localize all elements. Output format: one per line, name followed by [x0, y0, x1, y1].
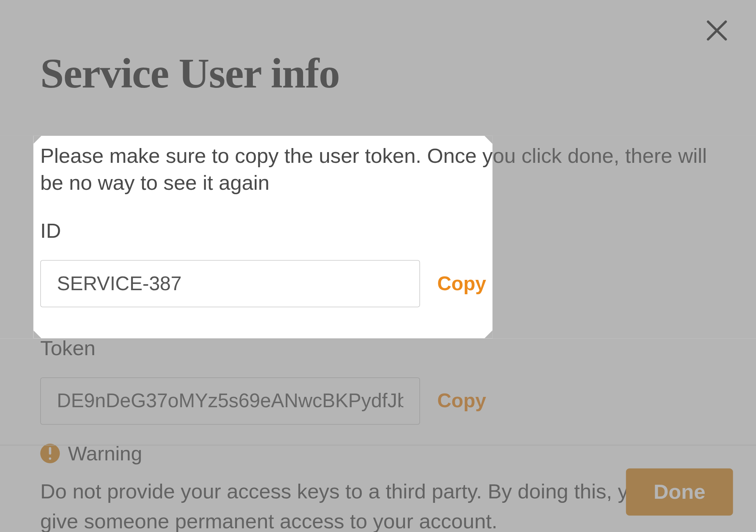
- token-label: Token: [40, 336, 716, 360]
- token-input[interactable]: [40, 377, 420, 425]
- done-button[interactable]: Done: [626, 468, 733, 516]
- service-user-info-dialog: Service User info Please make sure to co…: [0, 0, 756, 532]
- id-label: ID: [40, 219, 716, 243]
- close-button[interactable]: [698, 11, 736, 49]
- copy-token-button[interactable]: Copy: [437, 389, 486, 412]
- close-icon: [704, 17, 730, 44]
- dialog-footer: Done: [0, 445, 756, 516]
- id-input[interactable]: [40, 260, 420, 307]
- dialog-instruction: Please make sure to copy the user token.…: [40, 143, 716, 197]
- copy-id-button[interactable]: Copy: [437, 272, 486, 295]
- token-field-group: Token Copy: [40, 336, 716, 425]
- dialog-title: Service User info: [40, 49, 716, 97]
- id-field-group: ID Copy: [40, 219, 716, 307]
